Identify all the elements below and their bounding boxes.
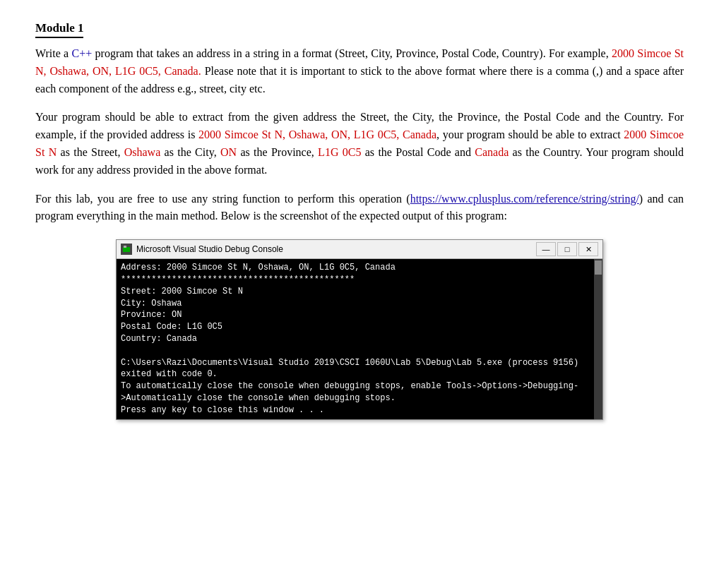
console-line: City: Oshawa xyxy=(121,298,590,310)
cplusplus-link[interactable]: https://www.cplusplus.com/reference/stri… xyxy=(410,193,639,205)
scrollbar-thumb[interactable] xyxy=(595,260,602,275)
para1-part1: Write a xyxy=(35,47,72,59)
para2-part6: as the Postal Code and xyxy=(361,146,475,158)
module-title: Module 1 xyxy=(35,21,83,38)
close-button[interactable]: ✕ xyxy=(578,242,598,256)
console-line: Postal Code: L1G 0C5 xyxy=(121,321,590,333)
titlebar-buttons: — □ ✕ xyxy=(536,242,598,256)
console-line: ****************************************… xyxy=(121,274,590,286)
para2-country: Canada xyxy=(475,146,509,158)
paragraph-2: Your program should be able to extract f… xyxy=(35,109,684,179)
console-line: Address: 2000 Simcoe St N, Oshawa, ON, L… xyxy=(121,262,590,274)
para2-city: Oshawa xyxy=(124,146,161,158)
console-line: Street: 2000 Simcoe St N xyxy=(121,286,590,298)
console-scrollbar[interactable] xyxy=(594,259,602,419)
console-line: Province: ON xyxy=(121,309,590,321)
paragraph-1: Write a C++ program that takes an addres… xyxy=(35,45,684,97)
console-line: Country: Canada xyxy=(121,333,590,345)
module-title-section: Module 1 xyxy=(35,21,684,45)
para2-part4: as the City, xyxy=(160,146,220,158)
para3-part1: For this lab, you are free to use any st… xyxy=(35,193,410,205)
para2-prov: ON xyxy=(220,146,237,158)
console-title: Microsoft Visual Studio Debug Console xyxy=(136,244,283,254)
console-line: C:\Users\Razi\Documents\Visual Studio 20… xyxy=(121,357,590,381)
titlebar-left: Microsoft Visual Studio Debug Console xyxy=(121,244,283,255)
para2-part3: as the Street, xyxy=(57,146,124,158)
console-line: To automatically close the console when … xyxy=(121,380,590,404)
para2-postal: L1G 0C5 xyxy=(318,146,361,158)
console-app-icon xyxy=(121,244,132,255)
console-body-area: Address: 2000 Simcoe St N, Oshawa, ON, L… xyxy=(117,259,602,419)
console-line: Press any key to close this window . . . xyxy=(121,404,590,416)
paragraph-3: For this lab, you are free to use any st… xyxy=(35,191,684,226)
para2-part2: , your program should be able to extract xyxy=(436,128,624,140)
para2-part5: as the Province, xyxy=(237,146,318,158)
minimize-button[interactable]: — xyxy=(536,242,556,256)
console-output: Address: 2000 Simcoe St N, Oshawa, ON, L… xyxy=(117,259,594,419)
console-titlebar: Microsoft Visual Studio Debug Console — … xyxy=(117,240,602,259)
svg-rect-0 xyxy=(123,247,130,252)
para1-part1b: program that takes an address in a strin… xyxy=(92,47,612,59)
console-window: Microsoft Visual Studio Debug Console — … xyxy=(116,239,603,419)
page-content: Module 1 Write a C++ program that takes … xyxy=(35,21,684,420)
svg-rect-1 xyxy=(124,246,126,248)
maximize-button[interactable]: □ xyxy=(557,242,577,256)
console-line xyxy=(121,345,590,357)
cpp-link: C++ xyxy=(72,47,93,59)
para2-example: 2000 Simcoe St N, Oshawa, ON, L1G 0C5, C… xyxy=(198,128,436,140)
